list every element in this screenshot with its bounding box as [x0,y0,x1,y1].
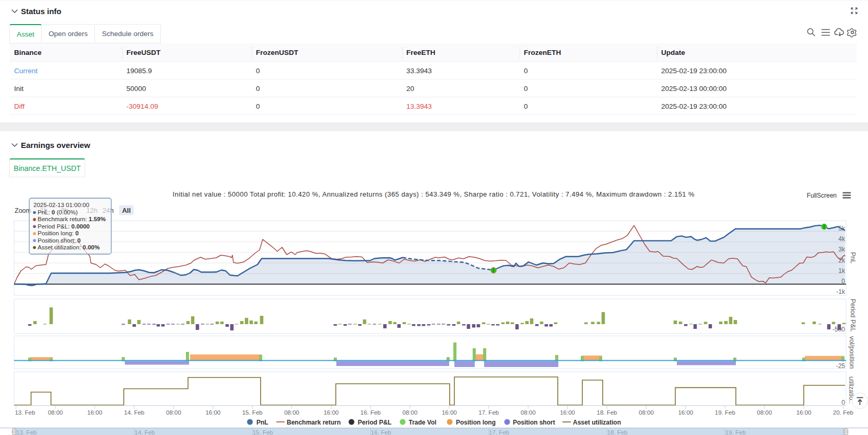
svg-text:Zoom: Zoom [15,207,31,214]
svg-text:19. Feb: 19. Feb [725,429,746,435]
svg-text:16:00: 16:00 [560,409,575,416]
svg-text:13. Feb: 13. Feb [15,409,35,416]
svg-text:16:00: 16:00 [678,409,693,416]
svg-text:-25: -25 [836,362,846,370]
svg-text:16. Feb: 16. Feb [360,409,381,416]
svg-text:Period P&L: Period P&L [849,299,857,331]
svg-text:PnL: PnL [256,419,268,426]
svg-text:18. Feb: 18. Feb [607,429,628,435]
svg-text:16:00: 16:00 [205,409,220,416]
svg-text:Initial net value : 50000 Tota: Initial net value : 50000 Total profit: … [173,190,695,198]
svg-text:15. Feb: 15. Feb [242,409,263,416]
svg-text:PnL: 0 (0.00%): PnL: 0 (0.00%) [38,209,78,215]
svg-text:Position long: 0: Position long: 0 [38,230,79,236]
svg-text:0: 0 [841,399,845,406]
svg-text:Period P&L: 0.0000: Period P&L: 0.0000 [38,223,90,230]
svg-text:Position long: Position long [456,419,496,426]
svg-text:16:00: 16:00 [324,409,339,416]
svg-text:Benchmark return: Benchmark return [287,419,341,426]
svg-text:vol/position: vol/position [848,336,855,369]
svg-text:Period P&L: Period P&L [358,419,392,426]
svg-text:Asset utilization: 0.00%: Asset utilization: 0.00% [38,244,100,250]
svg-text:Position short: Position short [513,419,555,426]
svg-text:17. Feb: 17. Feb [489,429,509,435]
svg-text:15. Feb: 15. Feb [253,429,273,435]
svg-text:08:00: 08:00 [639,409,654,416]
svg-text:08:00: 08:00 [521,409,536,416]
svg-text:FullScreen: FullScreen [807,192,837,199]
svg-text:Trade Vol: Trade Vol [409,419,437,426]
svg-text:Position short: 0: Position short: 0 [38,237,80,244]
svg-text:16:00: 16:00 [442,409,457,416]
svg-text:2025-02-13 01:00:00: 2025-02-13 01:00:00 [33,202,89,208]
svg-text:08:00: 08:00 [166,409,181,416]
svg-text:16:00: 16:00 [796,409,812,416]
svg-text:-1k: -1k [836,288,846,295]
svg-text:14. Feb: 14. Feb [135,429,155,435]
svg-text:19. Feb: 19. Feb [715,409,735,416]
svg-text:All: All [122,207,131,214]
svg-text:14. Feb: 14. Feb [124,409,145,416]
svg-text:-500: -500 [832,326,845,333]
svg-text:13. Feb: 13. Feb [16,429,37,435]
svg-text:08:00: 08:00 [284,409,299,416]
svg-text:18. Feb: 18. Feb [597,409,617,416]
svg-text:16:00: 16:00 [87,409,102,416]
svg-text:08:00: 08:00 [48,409,63,416]
svg-text:17. Feb: 17. Feb [478,409,499,416]
svg-text:Asset utilization: Asset utilization [573,419,621,426]
svg-text:08:00: 08:00 [757,409,772,416]
svg-text:08:00: 08:00 [403,409,418,416]
svg-text:PnL: PnL [849,252,857,264]
svg-text:16. Feb: 16. Feb [371,429,391,435]
svg-text:Benchmark return: 1.59%: Benchmark return: 1.59% [38,216,105,222]
svg-text:20. Feb: 20. Feb [833,409,853,416]
